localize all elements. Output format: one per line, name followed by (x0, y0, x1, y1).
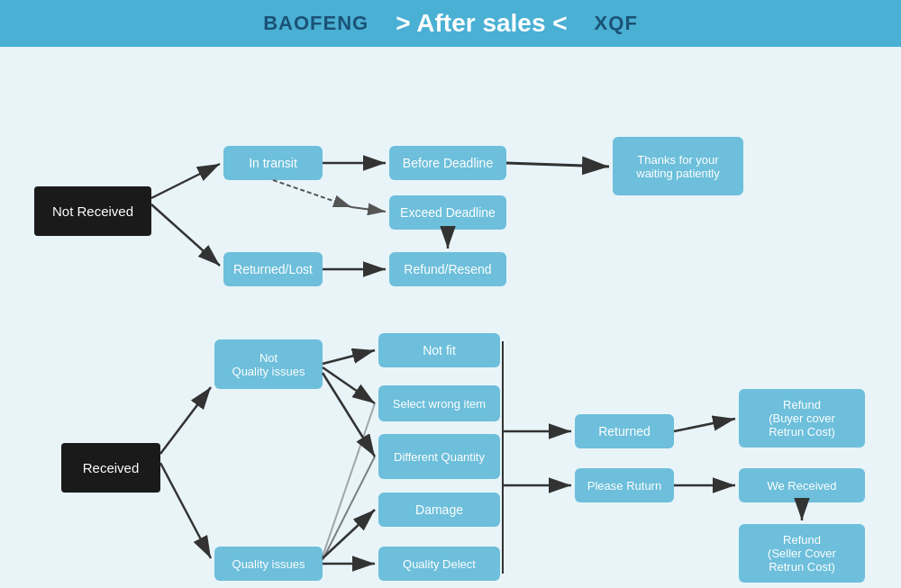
in-transit-box: In transit (223, 146, 323, 180)
before-deadline-box: Before Deadline (389, 146, 506, 180)
quality-defect-box: Quality Delect (378, 547, 500, 581)
svg-line-6 (273, 180, 351, 207)
brand-right: XQF (595, 12, 638, 35)
svg-line-3 (151, 204, 220, 266)
exceed-deadline-box: Exceed Deadline (389, 195, 506, 230)
we-received-box: We Received (739, 468, 865, 502)
please-return-box: Please Ruturn (575, 468, 674, 502)
quality-issues-box: Quality issues (214, 547, 323, 581)
svg-line-11 (160, 463, 211, 558)
not-received-box: Not Received (34, 186, 151, 236)
refund-resend-box: Refund/Resend (389, 252, 506, 286)
refund-buyer-box: Refund (Buyer cover Retrun Cost) (739, 389, 865, 448)
svg-line-12 (323, 350, 375, 364)
svg-line-13 (323, 510, 375, 558)
damage-box: Damage (378, 493, 500, 527)
brand-left: BAOFENG (263, 12, 369, 35)
refund-seller-box: Refund (Seller Cover Retrun Cost) (739, 524, 865, 583)
diff-quantity-box: Different Quantity (378, 434, 500, 479)
not-quality-box: Not Quality issues (214, 339, 323, 389)
svg-line-5 (506, 163, 609, 167)
main-content: Not Received In transit Before Deadline … (0, 47, 901, 588)
svg-line-10 (160, 387, 211, 454)
svg-line-18 (674, 419, 735, 431)
svg-line-22 (323, 373, 375, 457)
returned-lost-box: Returned/Lost (223, 252, 323, 286)
svg-line-7 (351, 207, 386, 212)
thanks-box: Thanks for your waiting patiently (613, 137, 743, 195)
header: BAOFENG > After sales < XQF (0, 0, 901, 47)
svg-line-24 (323, 403, 375, 556)
svg-line-2 (151, 164, 220, 198)
not-fit-box: Not fit (378, 333, 500, 367)
returned-box: Returned (575, 414, 674, 448)
select-wrong-box: Select wrong item (378, 385, 500, 421)
svg-line-23 (323, 457, 375, 560)
header-title: > After sales < (396, 9, 567, 38)
received-box: Received (61, 443, 160, 493)
svg-line-21 (323, 367, 375, 403)
